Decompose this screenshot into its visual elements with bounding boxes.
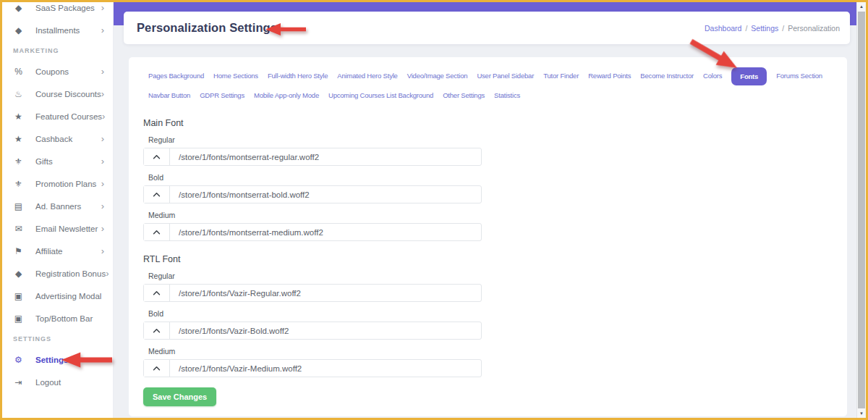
tab-reward-points[interactable]: Reward Points	[588, 67, 631, 85]
megaphone-icon: ⚑	[13, 246, 24, 256]
tab-navbar-button[interactable]: Navbar Button	[148, 86, 190, 105]
upload-caret-button[interactable]	[144, 186, 170, 203]
tab-pages-background[interactable]: Pages Background	[148, 67, 204, 85]
field-label-main-font-medium: Medium	[148, 211, 847, 219]
sidebar-item-gifts[interactable]: ⚜Gifts›	[2, 150, 113, 172]
input-group-main-font-bold	[143, 185, 482, 203]
tab-video-image-section[interactable]: Video/Image Section	[407, 67, 468, 85]
scrollbar-up-arrow[interactable]: ▲	[857, 2, 866, 11]
sidebar-item-label: SaaS Packages	[35, 4, 101, 12]
flame-icon: ♨	[13, 89, 24, 99]
upload-caret-button[interactable]	[144, 322, 170, 339]
input-group-rtl-font-medium	[143, 359, 482, 377]
font-path-input-main-font-regular[interactable]	[170, 148, 481, 165]
breadcrumb-settings[interactable]: Settings	[751, 24, 778, 33]
group-title-rtl-font: RTL Font	[143, 254, 847, 264]
sidebar-item-label: Coupons	[35, 67, 101, 76]
breadcrumb-personalization: Personalization	[788, 24, 840, 33]
gem-icon: ◆	[13, 269, 24, 279]
tab-upcoming-courses-list-background[interactable]: Upcoming Courses List Background	[328, 86, 433, 105]
tab-mobile-app-only-mode[interactable]: Mobile App-only Mode	[254, 86, 319, 105]
sidebar-item-label: Ad. Banners	[35, 202, 101, 211]
tab-user-panel-sidebar[interactable]: User Panel Sidebar	[477, 67, 534, 85]
chevron-right-icon: ›	[101, 25, 104, 35]
sidebar-item-registration-bonus[interactable]: ◆Registration Bonus›	[2, 262, 113, 285]
sidebar-item-saas-packages[interactable]: ◆SaaS Packages›	[2, 2, 113, 19]
tab-forums-section[interactable]: Forums Section	[776, 67, 822, 85]
sidebar-item-label: Settings	[35, 356, 104, 364]
upload-caret-button[interactable]	[144, 224, 170, 240]
sidebar-item-label: Logout	[35, 378, 104, 387]
chevron-right-icon: ›	[101, 179, 104, 188]
upload-caret-button[interactable]	[144, 360, 170, 377]
sidebar-item-logout[interactable]: ⇥Logout	[2, 371, 113, 393]
scrollbar-thumb[interactable]	[858, 12, 865, 408]
font-path-input-main-font-bold[interactable]	[170, 186, 481, 203]
upload-caret-button[interactable]	[144, 148, 170, 165]
gears-icon: ⚙	[13, 355, 24, 365]
sidebar-item-label: Affiliate	[35, 247, 101, 256]
font-path-input-rtl-font-bold[interactable]	[170, 322, 481, 339]
tab-become-instructor[interactable]: Become Instructor	[640, 67, 694, 85]
sidebar-menu: ◆SaaS Packages›◆Installments›MARKETING%C…	[2, 2, 113, 393]
sidebar-item-email-newsletter[interactable]: ✉Email Newsletter›	[2, 217, 113, 240]
sidebar-item-course-discounts[interactable]: ♨Course Discounts›	[2, 83, 113, 105]
sidebar-item-affiliate[interactable]: ⚑Affiliate›	[2, 240, 113, 262]
tab-tutor-finder[interactable]: Tutor Finder	[543, 67, 579, 85]
field-label-rtl-font-bold: Bold	[148, 309, 847, 318]
tab-home-sections[interactable]: Home Sections	[213, 67, 258, 85]
scrollbar-down-arrow[interactable]: ▼	[857, 409, 866, 418]
sidebar-item-ad-banners[interactable]: ▤Ad. Banners›	[2, 195, 113, 217]
chevron-right-icon: ›	[101, 89, 104, 98]
sidebar-item-cashback[interactable]: ★Cashback›	[2, 127, 113, 150]
font-path-input-rtl-font-medium[interactable]	[170, 360, 481, 377]
page-title: Personalization Settings	[137, 21, 277, 35]
chevron-up-icon	[153, 192, 161, 197]
chevron-right-icon: ›	[101, 201, 104, 211]
chevron-up-icon	[153, 290, 161, 295]
chevron-right-icon: ›	[101, 3, 104, 12]
input-group-rtl-font-bold	[143, 322, 482, 340]
font-path-input-rtl-font-regular[interactable]	[170, 285, 481, 301]
save-changes-button[interactable]: Save Changes	[143, 387, 216, 406]
sidebar-item-label: Promotion Plans	[35, 180, 101, 188]
sidebar-item-settings[interactable]: ⚙Settings	[2, 348, 113, 371]
upload-caret-button[interactable]	[144, 285, 170, 301]
font-path-input-main-font-medium[interactable]	[170, 224, 481, 240]
vertical-scrollbar[interactable]: ▲ ▼	[856, 2, 866, 418]
sidebar-item-label: Installments	[35, 26, 101, 35]
tab-animated-hero-style[interactable]: Animated Hero Style	[337, 67, 397, 85]
tab-colors[interactable]: Colors	[703, 67, 722, 85]
chevron-right-icon: ›	[101, 156, 104, 166]
sidebar-item-featured-courses[interactable]: ★Featured Courses›	[2, 105, 113, 127]
sidebar-item-installments[interactable]: ◆Installments›	[2, 19, 113, 41]
breadcrumb-separator: /	[782, 24, 784, 33]
sidebar-item-label: Top/Bottom Bar	[35, 314, 104, 323]
sidebar-item-top-bottom-bar[interactable]: ▣Top/Bottom Bar	[2, 307, 113, 329]
tab-other-settings[interactable]: Other Settings	[443, 86, 485, 105]
tab-gdpr-settings[interactable]: GDPR Settings	[200, 86, 244, 105]
sidebar-section-header-settings: SETTINGS	[2, 329, 113, 348]
sidebar-item-label: Email Newsletter	[35, 224, 101, 233]
sidebar-item-coupons[interactable]: %Coupons›	[2, 60, 113, 83]
sidebar-item-promotion-plans[interactable]: ⚜Promotion Plans›	[2, 172, 113, 195]
chevron-right-icon: ›	[106, 269, 109, 278]
sidebar-section-header-marketing: MARKETING	[2, 41, 113, 60]
chevron-up-icon	[153, 230, 161, 235]
tab-fonts[interactable]: Fonts	[731, 67, 767, 85]
sidebar-item-label: Course Discounts	[35, 90, 101, 98]
chevron-right-icon: ›	[102, 112, 105, 121]
tab-full-width-hero-style[interactable]: Full-width Hero Style	[268, 67, 328, 85]
input-group-rtl-font-regular	[143, 284, 482, 302]
fonts-form: Main FontRegularBoldMediumRTL FontRegula…	[129, 118, 847, 406]
sidebar-item-label: Gifts	[35, 157, 101, 166]
tab-statistics[interactable]: Statistics	[494, 86, 520, 105]
sidebar-item-advertising-modal[interactable]: ▣Advertising Modal	[2, 285, 113, 307]
gem-icon: ◆	[13, 3, 24, 13]
breadcrumb-dashboard[interactable]: Dashboard	[705, 24, 741, 33]
sidebar-item-label: Cashback	[35, 135, 101, 143]
breadcrumb-separator: /	[745, 24, 747, 33]
field-label-rtl-font-regular: Regular	[148, 272, 847, 280]
sidebar: ◆SaaS Packages›◆Installments›MARKETING%C…	[2, 2, 114, 418]
field-label-rtl-font-medium: Medium	[148, 347, 847, 356]
